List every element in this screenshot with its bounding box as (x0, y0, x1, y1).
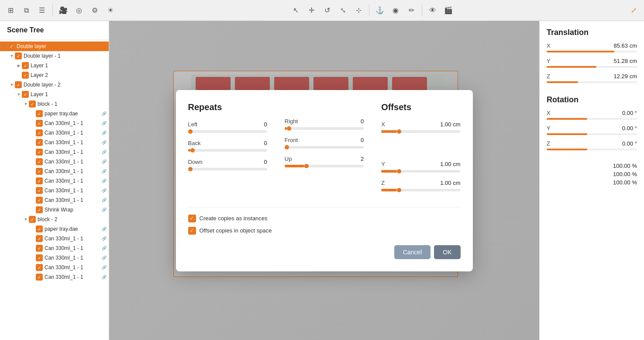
fullscreen-icon[interactable]: ⤢ (627, 3, 641, 17)
tree-item-can3[interactable]: Can 330ml_1 - 1 (0, 138, 109, 147)
tree-item-can5[interactable]: Can 330ml_1 - 1 (0, 157, 109, 167)
trans-z-slider[interactable] (547, 81, 637, 83)
cursor-icon[interactable]: ↖ (289, 3, 303, 17)
viewport[interactable]: Cola Cola Cola Cola Cola (109, 21, 539, 340)
settings-icon[interactable]: ⚙ (88, 3, 102, 17)
cb-canb4[interactable] (36, 264, 43, 271)
create-copies-checkbox[interactable] (188, 215, 196, 222)
pen-icon[interactable]: ✏ (404, 3, 418, 17)
tree-item-can4[interactable]: Can 330ml_1 - 1 (0, 147, 109, 157)
cancel-button[interactable]: Cancel (394, 245, 431, 259)
rot-y-slider[interactable] (547, 133, 637, 135)
layout-icon[interactable]: ⧉ (19, 3, 33, 17)
front-slider[interactable] (285, 146, 364, 149)
checkbox-double-layer[interactable] (8, 43, 15, 50)
trans-y-slider[interactable] (547, 66, 637, 68)
tree-item-can9[interactable]: Can 330ml_1 - 1 (0, 195, 109, 205)
tree-item-can7[interactable]: Can 330ml_1 - 1 (0, 176, 109, 186)
down-slider[interactable] (188, 168, 267, 170)
checkbox-paper[interactable] (36, 110, 43, 117)
tree-item-shrink-wrap[interactable]: Shrink Wrap (0, 205, 109, 215)
tree-item-block-1[interactable]: block - 1 (0, 99, 109, 109)
cb-canb2[interactable] (36, 245, 43, 252)
ok-button[interactable]: OK (434, 245, 460, 259)
label-can8: Can 330ml_1 - 1 (45, 187, 100, 194)
tree-item-can2[interactable]: Can 330ml_1 - 1 (0, 128, 109, 138)
tree-item-canb3[interactable]: Can 330ml_1 - 1 (0, 253, 109, 263)
rot-z-slider[interactable] (547, 149, 637, 150)
cb-canb3[interactable] (36, 254, 43, 261)
cb-can4[interactable] (36, 149, 43, 156)
tree-item-canb2[interactable]: Can 330ml_1 - 1 (0, 243, 109, 253)
transform-icon[interactable]: ⊹ (351, 3, 365, 17)
label-can4: Can 330ml_1 - 1 (45, 149, 100, 155)
cb-can9[interactable] (36, 197, 43, 204)
cb-can3[interactable] (36, 139, 43, 146)
tree-item-can6[interactable]: Can 330ml_1 - 1 (0, 167, 109, 176)
rotate-icon[interactable]: ↺ (320, 3, 334, 17)
checkbox-l1b[interactable] (22, 91, 29, 98)
tree-item-double-layer-2[interactable]: Double layer - 2 (0, 80, 109, 90)
tree-item-canb4[interactable]: Can 330ml_1 - 1 (0, 263, 109, 272)
rot-y-value: 0.00 ° (622, 125, 637, 132)
move-icon[interactable]: ✛ (304, 3, 318, 17)
tree-item-layer-1a[interactable]: Layer 1 (0, 61, 109, 70)
cb-can6[interactable] (36, 168, 43, 175)
checkbox-block2[interactable] (29, 216, 36, 223)
rot-x-value: 0.00 ° (622, 110, 637, 116)
tree-item-layer-1b[interactable]: Layer 1 (0, 90, 109, 99)
target-icon[interactable]: ◎ (72, 3, 86, 17)
cb-canb1[interactable] (36, 235, 43, 242)
link-canb2 (101, 245, 107, 251)
checkbox-l2a[interactable] (22, 72, 29, 79)
grid-icon[interactable]: ⊞ (3, 3, 17, 17)
right-slider[interactable] (285, 127, 364, 130)
cb-can1[interactable] (36, 120, 43, 127)
up-slider[interactable] (285, 165, 364, 167)
cb-pt2[interactable] (36, 226, 43, 232)
tree-item-double-layer[interactable]: Double layer (0, 42, 109, 51)
offset-copies-checkbox[interactable] (188, 227, 196, 235)
cb-canb5[interactable] (36, 274, 43, 281)
eye-icon[interactable]: 👁 (426, 3, 440, 17)
tree-item-double-layer-1[interactable]: Double layer - 1 (0, 51, 109, 61)
cb-can8[interactable] (36, 187, 43, 194)
tree-item-can8[interactable]: Can 330ml_1 - 1 (0, 186, 109, 195)
offset-x-slider[interactable] (381, 130, 460, 133)
main-area: Scene Tree Double layer Double layer - 1… (0, 21, 644, 340)
camera-icon[interactable]: 🎥 (56, 3, 70, 17)
trans-x-slider[interactable] (547, 51, 637, 52)
checkbox-dl2[interactable] (15, 81, 22, 88)
sun-icon[interactable]: ☀ (103, 3, 117, 17)
left-label: Left (188, 121, 198, 128)
film-icon[interactable]: 🎬 (441, 3, 455, 17)
anchor-icon[interactable]: ⚓ (373, 3, 387, 17)
trans-x-value: 85.63 cm (614, 42, 637, 49)
back-slider[interactable] (188, 149, 267, 152)
cb-can7[interactable] (36, 177, 43, 184)
scene-tree-header: Scene Tree (0, 21, 109, 40)
tree-item-block-2[interactable]: block - 2 (0, 215, 109, 224)
cb-can2[interactable] (36, 129, 43, 136)
back-row: Back 0 (188, 140, 267, 146)
checkbox-block1[interactable] (29, 101, 36, 108)
checkbox-l1a[interactable] (22, 62, 29, 69)
cb-shrink[interactable] (36, 206, 43, 213)
tree-item-paper-tray[interactable]: paper tray.dae (0, 109, 109, 118)
cb-can5[interactable] (36, 158, 43, 165)
tree-item-layer-2a[interactable]: Layer 2 (0, 70, 109, 80)
modal-footer: Cancel OK (188, 245, 461, 259)
gps-icon[interactable]: ◉ (389, 3, 403, 17)
scale-icon[interactable]: ⤡ (336, 3, 350, 17)
down-label: Down (188, 159, 203, 165)
offset-z-slider[interactable] (381, 189, 460, 191)
tree-item-canb1[interactable]: Can 330ml_1 - 1 (0, 234, 109, 243)
offset-y-slider[interactable] (381, 170, 460, 173)
tree-item-canb5[interactable]: Can 330ml_1 - 1 (0, 272, 109, 282)
tree-item-can1[interactable]: Can 330ml_1 - 1 (0, 118, 109, 128)
rot-x-slider[interactable] (547, 118, 637, 120)
tree-item-pt2[interactable]: paper tray.dae (0, 224, 109, 234)
left-slider[interactable] (188, 130, 267, 133)
menu-icon[interactable]: ☰ (35, 3, 49, 17)
checkbox-dl1[interactable] (15, 52, 22, 59)
